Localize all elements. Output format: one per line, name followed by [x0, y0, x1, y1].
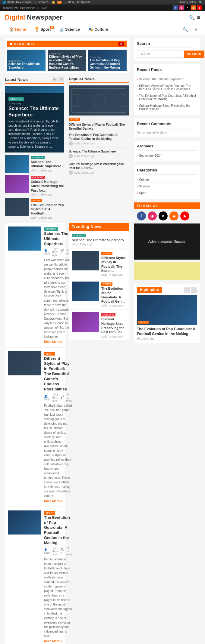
popular-item[interactable]: Cultural Heritage Sites: Preserving the … — [69, 162, 129, 177]
headlines-dot — [10, 43, 12, 45]
categories-list: Culture Science Sport — [137, 177, 197, 196]
author-avatar — [69, 141, 73, 146]
trending-img-4 — [72, 312, 99, 332]
next-btn[interactable]: › — [58, 77, 64, 82]
headline-item[interactable]: 2 Days Ago Different Styles of Play in F… — [48, 50, 86, 71]
read-more-3[interactable]: Read More » — [44, 639, 62, 643]
top-social-icons: f ◉ ✕ ◉ ▶ — [173, 5, 202, 10]
trending-title-4: Cultural Heritage Sites: Preserving the … — [101, 317, 126, 334]
featured-desc: Ever wondered why we can fly, talk to pe… — [8, 119, 60, 149]
headline-item[interactable]: 3 Days Ago Science: The Ultimate Superhe… — [7, 50, 46, 71]
top-bar: 8/16/15 PM, September 21, 2024 f ◉ ✕ ◉ ▶ — [0, 5, 205, 11]
category-item[interactable]: Culture — [137, 177, 197, 183]
trending-item[interactable]: CULTURE Cultural Heritage Sites: Preserv… — [69, 310, 129, 340]
youtube-sidebar-icon[interactable]: ▶ — [180, 211, 189, 220]
x-top-icon[interactable]: ✕ — [185, 5, 190, 10]
recent-post-item[interactable]: Different Styles of Play in Football: Th… — [137, 83, 197, 92]
site-link[interactable]: 🌐 Digital Newspaper — [2, 1, 31, 4]
trending-item[interactable]: SPORT Different Styles of Play in Footba… — [69, 248, 129, 279]
article-badge-1: SCIENCE — [44, 227, 58, 231]
header-menu-icon[interactable]: ≡ — [197, 14, 200, 21]
nav-science[interactable]: 🔬 Science — [55, 24, 84, 35]
recent-comments-section: Recent Comments No comments to show. — [134, 119, 200, 137]
article-meta-3: 👤 addy 🕐 2 days ago 💬 0 ⏱ 11 mins — [44, 547, 72, 556]
search-row: SEARCH — [137, 51, 197, 58]
svg-rect-7 — [72, 94, 78, 106]
article-meta-2: 👤 addy 🕐 2 days ago 💬 0 ⏱ 14 mins — [44, 393, 72, 402]
article-content-1: SCIENCE Science: The Ultimate Superhero … — [44, 226, 72, 344]
small-card[interactable]: SPORT The Evolution of Pep Guardiola: A … — [5, 198, 64, 219]
small-card-content-2: CULTURE Cultural Heritage Sites: Preserv… — [31, 175, 64, 196]
trending-img-2 — [72, 251, 99, 270]
popular-item[interactable]: Science: The Ultimate Superhero addy 2 d… — [69, 149, 129, 160]
highlights-title: Highlights — [137, 287, 162, 293]
featured-badge: SCIENCE — [8, 97, 24, 101]
nav-search-icon[interactable]: 🔍 — [181, 25, 189, 34]
trending-meta-4: addy · 2 days ago — [101, 335, 126, 338]
recent-post-item[interactable]: Science: The Ultimate Superhero — [137, 77, 197, 82]
category-item[interactable]: Sport — [137, 190, 197, 196]
trending-title-1: Science: The Ultimate Superhero — [72, 238, 126, 242]
ad-inserter-btn[interactable]: Ad Inserter — [77, 1, 92, 4]
recent-post-item[interactable]: Cultural Heritage Sites: Preserving the … — [137, 103, 197, 112]
headline-item[interactable]: 2 Days Ago The Evolution of Pep Guardiol… — [88, 50, 127, 71]
nav-sport[interactable]: 🏆 Sport 10 — [30, 24, 55, 35]
instagram-top-icon[interactable]: ◉ — [179, 5, 184, 10]
notif-count[interactable]: 🔔 14 — [52, 1, 62, 4]
articles-list: SCIENCE Science: The Ultimate Superhero … — [5, 223, 65, 644]
facebook-sidebar-icon[interactable]: f — [137, 211, 146, 220]
site-header: Digital Newspaper 🔍 ≡ — [0, 11, 205, 24]
admin-bar: 🌐 Digital Newspaper Customize 🔔 14 + New… — [0, 0, 205, 5]
article-img-2 — [8, 351, 41, 375]
small-card-img-1 — [5, 155, 29, 173]
facebook-top-icon[interactable]: f — [173, 5, 178, 10]
search-button[interactable]: SEARCH — [184, 51, 204, 58]
audio-sidebar-icon[interactable]: ◉ — [169, 211, 178, 220]
nav-menu-icon[interactable]: ≡ — [192, 25, 200, 34]
popular-item[interactable]: The Evolution of Pep Guardiola: A Footba… — [69, 133, 129, 148]
article-desc-3: Pep Guardiola is more than just a footba… — [44, 557, 72, 638]
article-card[interactable]: SCIENCE Science: The Ultimate Superhero … — [5, 223, 65, 348]
trending-meta-1: addy · 2 days ago — [72, 243, 126, 246]
archives-section: Archives September 2024 — [134, 141, 200, 161]
audio-top-icon[interactable]: ◉ — [191, 5, 196, 10]
main-nav: 🏠 Home 🏆 Sport 10 🔬 Science 🎭 Culture 🔍 … — [0, 24, 205, 35]
headlines-close[interactable]: ✕ — [118, 42, 124, 46]
read-more-1[interactable]: Read More » — [44, 340, 62, 344]
social-links: f ◉ ✕ ◉ ▶ — [134, 211, 200, 223]
site-logo[interactable]: Digital Newspaper — [5, 14, 62, 21]
popular-featured[interactable]: SPORT Different Styles of Play in Footba… — [69, 85, 129, 131]
trending-badge-2: SPORT — [101, 252, 112, 255]
archives-item[interactable]: September 2024 — [137, 153, 197, 158]
trending-meta-3: addy · 2 days ago — [101, 304, 126, 307]
small-card-title-1: Science: The Ultimate Superhero — [31, 160, 64, 168]
search-input[interactable] — [137, 51, 184, 58]
trending-item[interactable]: SPORT The Evolution of Pep Guardiola: A … — [69, 279, 129, 310]
customize-btn[interactable]: Customize — [34, 1, 49, 4]
article-card[interactable]: SPORT The Evolution of Pep Guardiola: A … — [5, 507, 65, 644]
recent-post-item[interactable]: The Evolution of Pep Guardiola: A Footba… — [137, 93, 197, 102]
find-me-header: Find Me On — [134, 202, 200, 209]
category-item[interactable]: Science — [137, 184, 197, 189]
header-search-icon[interactable]: 🔍 — [189, 15, 195, 20]
small-card[interactable]: SCIENCE Science: The Ultimate Superhero … — [5, 155, 64, 173]
trending-title-3: The Evolution of Pep Guardiola: A Footba… — [101, 286, 126, 304]
ad-banner-section: Advertisement Banner — [134, 223, 200, 284]
new-btn[interactable]: + New — [65, 1, 74, 4]
instagram-sidebar-icon[interactable]: ◉ — [148, 211, 157, 220]
youtube-top-icon[interactable]: ▶ — [197, 5, 202, 10]
read-more-2[interactable]: Read More » — [44, 499, 62, 503]
search-admin-icon[interactable]: 🔍 — [199, 1, 203, 4]
article-card[interactable]: SPORT Different Styles of Play in Footba… — [5, 348, 65, 507]
nav-culture[interactable]: 🎭 Culture — [84, 24, 112, 35]
trending-item[interactable]: SCIENCE Science: The Ultimate Superhero … — [69, 231, 129, 248]
prev-btn[interactable]: ‹ — [52, 77, 57, 82]
x-sidebar-icon[interactable]: ✕ — [159, 211, 168, 220]
nav-home[interactable]: 🏠 Home — [5, 24, 30, 35]
highlights-prev[interactable]: ‹ — [184, 287, 190, 293]
featured-article[interactable]: SCIENCE 2 Days Ago Science: The Ultimate… — [5, 86, 64, 153]
trending-box: Trending News SCIENCE Science: The Ultim… — [69, 223, 129, 341]
header-right: 🔍 ≡ — [189, 14, 200, 21]
highlights-next[interactable]: › — [191, 287, 197, 293]
small-card[interactable]: CULTURE Cultural Heritage Sites: Preserv… — [5, 175, 64, 196]
